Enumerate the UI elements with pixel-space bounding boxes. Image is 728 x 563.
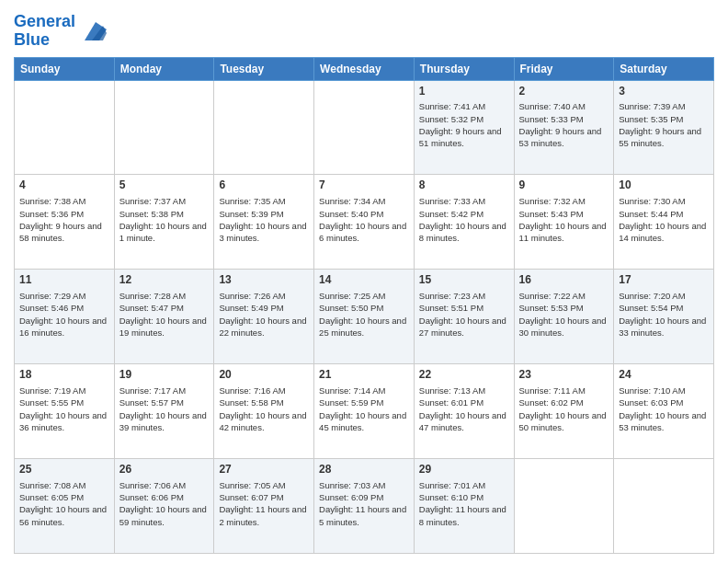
day-info: Sunrise: 7:03 AM Sunset: 6:09 PM Dayligh… [319,479,409,528]
day-info: Sunrise: 7:40 AM Sunset: 5:33 PM Dayligh… [519,100,609,149]
calendar-cell: 12Sunrise: 7:28 AM Sunset: 5:47 PM Dayli… [114,270,214,364]
day-number: 17 [619,272,709,288]
day-info: Sunrise: 7:17 AM Sunset: 5:57 PM Dayligh… [119,385,210,433]
calendar-cell: 5Sunrise: 7:37 AM Sunset: 5:38 PM Daylig… [114,175,214,270]
calendar-cell [514,459,614,554]
day-number: 16 [519,272,609,288]
day-info: Sunrise: 7:35 AM Sunset: 5:39 PM Dayligh… [219,195,309,244]
calendar-cell: 1Sunrise: 7:41 AM Sunset: 5:32 PM Daylig… [414,80,514,175]
logo-text: GeneralBlue [14,13,75,50]
calendar-cell: 22Sunrise: 7:13 AM Sunset: 6:01 PM Dayli… [414,364,514,459]
day-info: Sunrise: 7:05 AM Sunset: 6:07 PM Dayligh… [219,479,309,528]
day-number: 8 [419,178,509,193]
day-number: 14 [319,272,409,288]
day-info: Sunrise: 7:39 AM Sunset: 5:35 PM Dayligh… [619,100,709,149]
day-info: Sunrise: 7:29 AM Sunset: 5:46 PM Dayligh… [19,290,109,339]
day-info: Sunrise: 7:19 AM Sunset: 5:55 PM Dayligh… [19,385,109,433]
calendar-cell: 17Sunrise: 7:20 AM Sunset: 5:54 PM Dayli… [614,270,714,364]
logo-icon [77,18,107,44]
day-info: Sunrise: 7:20 AM Sunset: 5:54 PM Dayligh… [619,290,709,339]
calendar-week-row: 25Sunrise: 7:08 AM Sunset: 6:05 PM Dayli… [15,459,714,554]
calendar-week-row: 1Sunrise: 7:41 AM Sunset: 5:32 PM Daylig… [15,80,714,175]
day-number: 24 [619,367,709,383]
day-info: Sunrise: 7:06 AM Sunset: 6:06 PM Dayligh… [119,479,210,528]
day-number: 10 [619,178,709,193]
day-number: 3 [619,84,709,99]
calendar-cell: 2Sunrise: 7:40 AM Sunset: 5:33 PM Daylig… [514,80,614,175]
day-info: Sunrise: 7:16 AM Sunset: 5:58 PM Dayligh… [219,385,309,433]
day-number: 19 [119,367,210,383]
calendar-cell [15,80,115,175]
day-number: 9 [519,178,609,193]
logo: GeneralBlue [14,13,107,50]
calendar-cell: 14Sunrise: 7:25 AM Sunset: 5:50 PM Dayli… [314,270,415,364]
day-number: 20 [219,367,309,383]
calendar-cell: 25Sunrise: 7:08 AM Sunset: 6:05 PM Dayli… [15,459,115,554]
day-number: 15 [419,272,509,288]
day-info: Sunrise: 7:41 AM Sunset: 5:32 PM Dayligh… [419,100,509,149]
day-info: Sunrise: 7:08 AM Sunset: 6:05 PM Dayligh… [19,479,109,528]
day-number: 12 [119,272,210,288]
calendar-cell: 21Sunrise: 7:14 AM Sunset: 5:59 PM Dayli… [314,364,415,459]
day-number: 13 [219,272,309,288]
header-sunday: Sunday [15,57,115,80]
day-number: 29 [419,462,509,477]
calendar-cell [314,80,415,175]
day-info: Sunrise: 7:11 AM Sunset: 6:02 PM Dayligh… [519,385,609,433]
calendar-cell: 29Sunrise: 7:01 AM Sunset: 6:10 PM Dayli… [414,459,514,554]
calendar-cell [214,80,314,175]
day-number: 7 [319,178,409,193]
day-number: 22 [419,367,509,383]
day-number: 27 [219,462,309,477]
day-info: Sunrise: 7:38 AM Sunset: 5:36 PM Dayligh… [19,195,109,244]
calendar-cell: 9Sunrise: 7:32 AM Sunset: 5:43 PM Daylig… [514,175,614,270]
day-info: Sunrise: 7:28 AM Sunset: 5:47 PM Dayligh… [119,290,210,339]
calendar-week-row: 18Sunrise: 7:19 AM Sunset: 5:55 PM Dayli… [15,364,714,459]
header: GeneralBlue [14,9,714,50]
calendar-cell: 4Sunrise: 7:38 AM Sunset: 5:36 PM Daylig… [15,175,115,270]
calendar-cell: 15Sunrise: 7:23 AM Sunset: 5:51 PM Dayli… [414,270,514,364]
day-number: 25 [19,462,109,477]
day-number: 11 [19,272,109,288]
day-info: Sunrise: 7:01 AM Sunset: 6:10 PM Dayligh… [419,479,509,528]
day-number: 18 [19,367,109,383]
day-number: 23 [519,367,609,383]
day-info: Sunrise: 7:33 AM Sunset: 5:42 PM Dayligh… [419,195,509,244]
day-number: 26 [119,462,210,477]
calendar-cell: 26Sunrise: 7:06 AM Sunset: 6:06 PM Dayli… [114,459,214,554]
day-info: Sunrise: 7:23 AM Sunset: 5:51 PM Dayligh… [419,290,509,339]
day-info: Sunrise: 7:14 AM Sunset: 5:59 PM Dayligh… [319,385,409,433]
day-info: Sunrise: 7:37 AM Sunset: 5:38 PM Dayligh… [119,195,210,244]
calendar-cell: 23Sunrise: 7:11 AM Sunset: 6:02 PM Dayli… [514,364,614,459]
calendar-table: SundayMondayTuesdayWednesdayThursdayFrid… [14,57,714,554]
day-number: 1 [419,84,509,99]
calendar-week-row: 4Sunrise: 7:38 AM Sunset: 5:36 PM Daylig… [15,175,714,270]
day-info: Sunrise: 7:26 AM Sunset: 5:49 PM Dayligh… [219,290,309,339]
calendar-cell: 8Sunrise: 7:33 AM Sunset: 5:42 PM Daylig… [414,175,514,270]
day-info: Sunrise: 7:30 AM Sunset: 5:44 PM Dayligh… [619,195,709,244]
day-number: 5 [119,178,210,193]
day-info: Sunrise: 7:22 AM Sunset: 5:53 PM Dayligh… [519,290,609,339]
day-info: Sunrise: 7:10 AM Sunset: 6:03 PM Dayligh… [619,385,709,433]
day-number: 6 [219,178,309,193]
calendar-cell: 7Sunrise: 7:34 AM Sunset: 5:40 PM Daylig… [314,175,415,270]
day-number: 2 [519,84,609,99]
calendar-cell: 3Sunrise: 7:39 AM Sunset: 5:35 PM Daylig… [614,80,714,175]
day-info: Sunrise: 7:34 AM Sunset: 5:40 PM Dayligh… [319,195,409,244]
day-info: Sunrise: 7:13 AM Sunset: 6:01 PM Dayligh… [419,385,509,433]
calendar-cell [114,80,214,175]
calendar-cell [614,459,714,554]
calendar-cell: 10Sunrise: 7:30 AM Sunset: 5:44 PM Dayli… [614,175,714,270]
calendar-cell: 24Sunrise: 7:10 AM Sunset: 6:03 PM Dayli… [614,364,714,459]
calendar-cell: 16Sunrise: 7:22 AM Sunset: 5:53 PM Dayli… [514,270,614,364]
day-info: Sunrise: 7:32 AM Sunset: 5:43 PM Dayligh… [519,195,609,244]
header-saturday: Saturday [614,57,714,80]
calendar-cell: 18Sunrise: 7:19 AM Sunset: 5:55 PM Dayli… [15,364,115,459]
calendar-header-row: SundayMondayTuesdayWednesdayThursdayFrid… [15,57,714,80]
day-number: 21 [319,367,409,383]
calendar-cell: 20Sunrise: 7:16 AM Sunset: 5:58 PM Dayli… [214,364,314,459]
day-number: 28 [319,462,409,477]
calendar-cell: 28Sunrise: 7:03 AM Sunset: 6:09 PM Dayli… [314,459,415,554]
calendar-week-row: 11Sunrise: 7:29 AM Sunset: 5:46 PM Dayli… [15,270,714,364]
header-wednesday: Wednesday [314,57,415,80]
